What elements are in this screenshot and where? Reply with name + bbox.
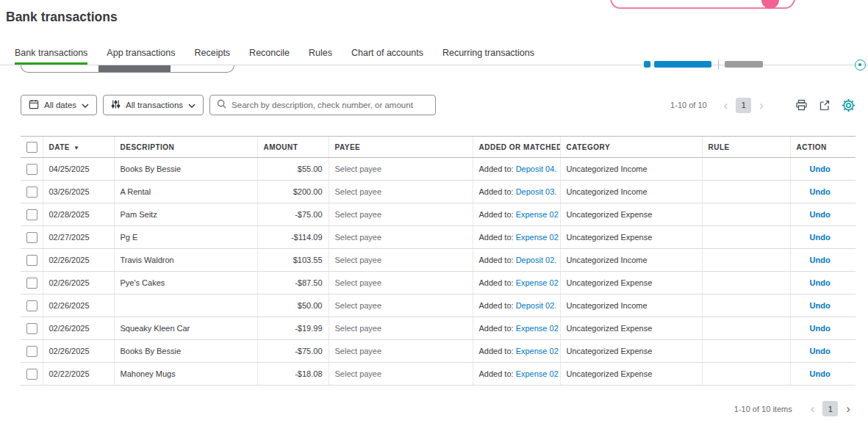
partial-link-fragment[interactable] xyxy=(654,61,711,68)
column-header-category[interactable]: CATEGORY xyxy=(560,137,702,158)
date-filter-dropdown[interactable]: All dates xyxy=(21,95,97,115)
next-page-button[interactable]: › xyxy=(846,402,850,415)
row-checkbox[interactable] xyxy=(26,232,37,243)
tab-chart-of-accounts[interactable]: Chart of accounts xyxy=(351,41,423,65)
cell-date: 04/25/2025 xyxy=(43,158,114,181)
segmented-control-active-segment[interactable] xyxy=(98,65,171,73)
added-document-link[interactable]: Deposit 02. xyxy=(516,301,557,310)
tab-rules[interactable]: Rules xyxy=(309,41,332,65)
cell-payee: Select payee xyxy=(329,272,473,294)
cell-added-or-matched: Added to: Deposit 02. xyxy=(473,294,560,317)
row-checkbox[interactable] xyxy=(26,323,37,334)
undo-button[interactable]: Undo xyxy=(810,187,831,196)
partial-circle-icon[interactable] xyxy=(855,59,866,70)
column-header-amount[interactable]: AMOUNT xyxy=(257,137,329,158)
row-checkbox[interactable] xyxy=(26,346,37,357)
page-number-button[interactable]: 1 xyxy=(822,401,838,416)
undo-button[interactable]: Undo xyxy=(810,256,831,264)
prev-page-button[interactable]: ‹ xyxy=(724,99,728,112)
tab-reconcile[interactable]: Reconcile xyxy=(249,41,290,65)
select-payee-link[interactable]: Select payee xyxy=(335,347,382,355)
cell-amount: -$87.50 xyxy=(257,272,329,294)
cell-date: 02/26/2025 xyxy=(43,294,114,317)
cell-rule xyxy=(702,249,790,272)
added-document-link[interactable]: Expense 02 xyxy=(516,347,559,355)
tab-receipts[interactable]: Receipts xyxy=(194,41,230,65)
transaction-filter-dropdown[interactable]: All transactions xyxy=(103,95,204,115)
tab-bank-transactions[interactable]: Bank transactions xyxy=(15,41,87,65)
undo-button[interactable]: Undo xyxy=(810,301,831,310)
row-checkbox[interactable] xyxy=(26,278,37,289)
cell-added-or-matched: Added to: Deposit 03. xyxy=(473,181,560,203)
added-document-link[interactable]: Expense 02 xyxy=(516,278,559,287)
row-checkbox[interactable] xyxy=(26,300,37,311)
partial-popup-button[interactable] xyxy=(761,0,779,9)
added-prefix: Added to: xyxy=(479,187,514,196)
column-header-payee[interactable]: PAYEE xyxy=(329,137,473,158)
tab-recurring-transactions[interactable]: Recurring transactions xyxy=(442,41,534,65)
added-document-link[interactable]: Expense 02 xyxy=(516,369,559,378)
column-header-rule[interactable]: RULE xyxy=(702,137,790,158)
cell-date: 03/26/2025 xyxy=(43,181,114,203)
row-checkbox[interactable] xyxy=(26,187,37,198)
select-payee-link[interactable]: Select payee xyxy=(335,324,382,333)
settings-gear-icon[interactable] xyxy=(842,98,856,112)
row-checkbox[interactable] xyxy=(26,369,37,380)
prev-page-button[interactable]: ‹ xyxy=(811,402,815,415)
undo-button[interactable]: Undo xyxy=(810,369,831,378)
undo-button[interactable]: Undo xyxy=(810,210,831,219)
cell-date: 02/28/2025 xyxy=(43,203,114,226)
row-checkbox[interactable] xyxy=(26,255,37,266)
cell-payee: Select payee xyxy=(329,294,473,317)
undo-button[interactable]: Undo xyxy=(810,347,831,355)
undo-button[interactable]: Undo xyxy=(810,324,831,333)
cell-category: Uncategorized Expense xyxy=(560,203,702,226)
undo-button[interactable]: Undo xyxy=(810,164,831,173)
cell-checkbox xyxy=(21,363,43,386)
select-payee-link[interactable]: Select payee xyxy=(335,233,382,242)
cell-amount: $50.00 xyxy=(257,294,329,317)
select-payee-link[interactable]: Select payee xyxy=(335,256,382,264)
page-number-button[interactable]: 1 xyxy=(736,98,751,113)
added-document-link[interactable]: Deposit 04. xyxy=(516,164,557,173)
added-document-link[interactable]: Expense 02 xyxy=(516,324,559,333)
undo-button[interactable]: Undo xyxy=(810,233,831,242)
cell-added-or-matched: Added to: Expense 02 xyxy=(473,226,560,249)
tab-app-transactions[interactable]: App transactions xyxy=(107,41,175,65)
added-prefix: Added to: xyxy=(479,347,514,355)
undo-button[interactable]: Undo xyxy=(810,278,831,287)
partial-segmented-control[interactable] xyxy=(21,65,234,73)
search-box[interactable] xyxy=(209,95,436,115)
next-page-button[interactable]: › xyxy=(759,99,764,112)
bank-transactions-page: Bank transactions Bank transactionsApp t… xyxy=(0,0,868,423)
select-payee-link[interactable]: Select payee xyxy=(335,301,382,310)
pagination-range: 1-10 of 10 items xyxy=(734,405,792,413)
cell-date: 02/26/2025 xyxy=(43,272,114,294)
added-document-link[interactable]: Expense 02 xyxy=(516,233,559,242)
print-icon[interactable] xyxy=(795,99,808,111)
select-payee-link[interactable]: Select payee xyxy=(335,210,382,219)
added-document-link[interactable]: Deposit 02. xyxy=(516,256,557,264)
row-checkbox[interactable] xyxy=(26,209,37,220)
calendar-icon xyxy=(29,99,39,111)
column-header-added-or-matched[interactable]: ADDED OR MATCHED xyxy=(473,137,560,158)
added-document-link[interactable]: Deposit 03. xyxy=(516,187,557,196)
cell-date: 02/26/2025 xyxy=(43,249,114,272)
select-all-checkbox[interactable] xyxy=(26,142,37,153)
top-pagination: 1-10 of 10 ‹ 1 › xyxy=(670,98,856,113)
column-header-description[interactable]: DESCRIPTION xyxy=(114,137,257,158)
cell-payee: Select payee xyxy=(329,203,473,226)
select-payee-link[interactable]: Select payee xyxy=(335,164,382,173)
column-header-action[interactable]: ACTION xyxy=(790,137,856,158)
search-input[interactable] xyxy=(232,101,428,109)
added-document-link[interactable]: Expense 02 xyxy=(516,210,559,219)
table-row: 03/26/2025A Rental$200.00Select payeeAdd… xyxy=(21,181,856,203)
row-checkbox[interactable] xyxy=(26,164,37,175)
select-payee-link[interactable]: Select payee xyxy=(335,187,382,196)
select-payee-link[interactable]: Select payee xyxy=(335,278,382,287)
export-icon[interactable] xyxy=(819,99,831,111)
cell-checkbox xyxy=(21,340,43,363)
cell-date: 02/22/2025 xyxy=(43,363,114,386)
select-payee-link[interactable]: Select payee xyxy=(335,369,382,378)
column-header-date[interactable]: DATE▼ xyxy=(43,137,114,158)
